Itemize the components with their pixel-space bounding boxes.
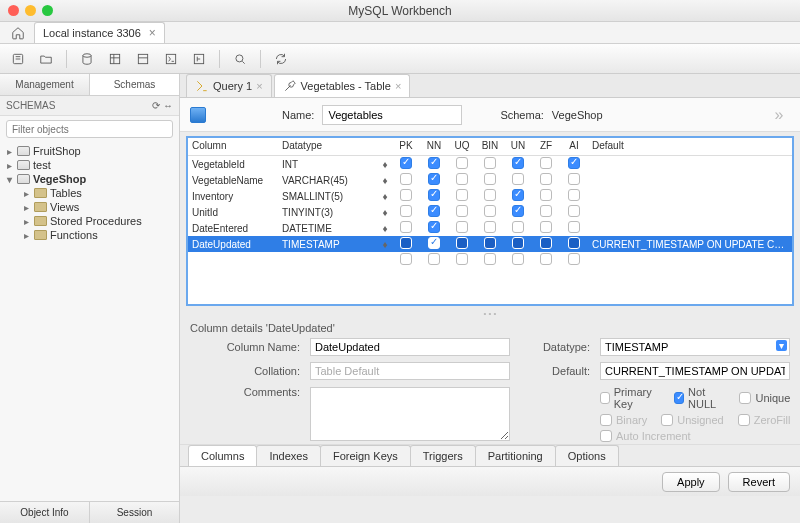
table-icon bbox=[190, 107, 206, 123]
uq-check[interactable]: Unique bbox=[739, 386, 790, 410]
colname-input[interactable] bbox=[310, 338, 510, 356]
checkbox[interactable] bbox=[428, 205, 440, 217]
tab-management[interactable]: Management bbox=[0, 74, 90, 95]
main-area: Query 1 × Vegetables - Table × Name: Sch… bbox=[180, 74, 800, 523]
checkbox[interactable] bbox=[484, 189, 496, 201]
column-row[interactable]: UnitIdTINYINT(3)♦ bbox=[188, 204, 792, 220]
checkbox[interactable] bbox=[540, 221, 552, 233]
checkbox[interactable] bbox=[400, 221, 412, 233]
comments-textarea[interactable] bbox=[310, 387, 510, 441]
checkbox[interactable] bbox=[512, 221, 524, 233]
create-table-button[interactable] bbox=[103, 48, 127, 70]
new-sql-tab-button[interactable] bbox=[6, 48, 30, 70]
close-tab-icon[interactable] bbox=[145, 26, 156, 40]
checkbox[interactable] bbox=[456, 221, 468, 233]
checkbox[interactable] bbox=[568, 221, 580, 233]
checkbox[interactable] bbox=[540, 189, 552, 201]
checkbox[interactable] bbox=[428, 189, 440, 201]
open-sql-button[interactable] bbox=[34, 48, 58, 70]
tab-session[interactable]: Session bbox=[90, 502, 179, 523]
checkbox[interactable] bbox=[512, 173, 524, 185]
checkbox[interactable] bbox=[400, 173, 412, 185]
checkbox[interactable] bbox=[568, 237, 580, 249]
checkbox[interactable] bbox=[484, 173, 496, 185]
checkbox[interactable] bbox=[540, 157, 552, 169]
app-title: MySQL Workbench bbox=[0, 4, 800, 18]
checkbox[interactable] bbox=[512, 189, 524, 201]
checkbox[interactable] bbox=[568, 205, 580, 217]
checkbox[interactable] bbox=[428, 157, 440, 169]
tab-foreign-keys[interactable]: Foreign Keys bbox=[320, 445, 411, 466]
checkbox[interactable] bbox=[484, 205, 496, 217]
column-row[interactable]: DateEnteredDATETIME♦ bbox=[188, 220, 792, 236]
checkbox[interactable] bbox=[568, 189, 580, 201]
checkbox[interactable] bbox=[400, 237, 412, 249]
tree-views[interactable]: ▸Views bbox=[0, 200, 179, 214]
close-icon[interactable]: × bbox=[395, 80, 401, 92]
checkbox[interactable] bbox=[512, 237, 524, 249]
checkbox[interactable] bbox=[400, 189, 412, 201]
tab-partitioning[interactable]: Partitioning bbox=[475, 445, 556, 466]
column-row[interactable]: VegetableIdINT♦ bbox=[188, 156, 792, 172]
datatype-select[interactable] bbox=[600, 338, 790, 356]
tab-schemas[interactable]: Schemas bbox=[90, 74, 179, 95]
tab-vegetables-table[interactable]: Vegetables - Table × bbox=[274, 74, 411, 97]
tab-indexes[interactable]: Indexes bbox=[256, 445, 321, 466]
db-vegeshop[interactable]: ▾VegeShop bbox=[0, 172, 179, 186]
create-schema-button[interactable] bbox=[75, 48, 99, 70]
checkbox[interactable] bbox=[512, 157, 524, 169]
checkbox[interactable] bbox=[512, 205, 524, 217]
default-input[interactable] bbox=[600, 362, 790, 380]
apply-button[interactable]: Apply bbox=[662, 472, 720, 492]
checkbox[interactable] bbox=[456, 173, 468, 185]
pk-check[interactable]: Primary Key bbox=[600, 386, 660, 410]
collation-select[interactable] bbox=[310, 362, 510, 380]
reconnect-button[interactable] bbox=[269, 48, 293, 70]
checkbox[interactable] bbox=[540, 173, 552, 185]
db-fruitshop[interactable]: ▸FruitShop bbox=[0, 144, 179, 158]
schema-tree: ▸FruitShop ▸test ▾VegeShop ▸Tables ▸View… bbox=[0, 142, 179, 501]
home-tab[interactable] bbox=[6, 23, 30, 43]
checkbox[interactable] bbox=[484, 157, 496, 169]
checkbox[interactable] bbox=[484, 221, 496, 233]
checkbox[interactable] bbox=[540, 237, 552, 249]
tab-options[interactable]: Options bbox=[555, 445, 619, 466]
revert-button[interactable]: Revert bbox=[728, 472, 790, 492]
checkbox[interactable] bbox=[428, 237, 440, 249]
create-routine-button[interactable] bbox=[159, 48, 183, 70]
checkbox[interactable] bbox=[428, 221, 440, 233]
checkbox[interactable] bbox=[568, 173, 580, 185]
checkbox[interactable] bbox=[456, 205, 468, 217]
checkbox[interactable] bbox=[400, 157, 412, 169]
column-row[interactable]: DateUpdatedTIMESTAMP♦CURRENT_TIMESTAMP O… bbox=[188, 236, 792, 252]
checkbox[interactable] bbox=[456, 157, 468, 169]
column-row[interactable]: VegetableNameVARCHAR(45)♦ bbox=[188, 172, 792, 188]
search-button[interactable] bbox=[228, 48, 252, 70]
expand-chevrons-icon[interactable]: » bbox=[768, 104, 790, 126]
refresh-icon[interactable]: ⟳ ↔ bbox=[152, 100, 173, 111]
column-row[interactable]: InventorySMALLINT(5)♦ bbox=[188, 188, 792, 204]
connection-tab[interactable]: Local instance 3306 bbox=[34, 22, 165, 43]
close-icon[interactable]: × bbox=[256, 80, 262, 92]
tree-tables[interactable]: ▸Tables bbox=[0, 186, 179, 200]
create-view-button[interactable] bbox=[131, 48, 155, 70]
checkbox[interactable] bbox=[568, 157, 580, 169]
create-function-button[interactable] bbox=[187, 48, 211, 70]
new-column-row[interactable] bbox=[188, 252, 792, 268]
tab-columns[interactable]: Columns bbox=[188, 445, 257, 466]
tab-triggers[interactable]: Triggers bbox=[410, 445, 476, 466]
checkbox[interactable] bbox=[428, 173, 440, 185]
tree-stored-procedures[interactable]: ▸Stored Procedures bbox=[0, 214, 179, 228]
tab-object-info[interactable]: Object Info bbox=[0, 502, 90, 523]
db-test[interactable]: ▸test bbox=[0, 158, 179, 172]
checkbox[interactable] bbox=[484, 237, 496, 249]
filter-input[interactable] bbox=[6, 120, 173, 138]
tab-query1[interactable]: Query 1 × bbox=[186, 74, 272, 97]
checkbox[interactable] bbox=[456, 237, 468, 249]
nn-check[interactable]: Not NULL bbox=[674, 386, 725, 410]
table-name-input[interactable] bbox=[322, 105, 462, 125]
checkbox[interactable] bbox=[456, 189, 468, 201]
checkbox[interactable] bbox=[540, 205, 552, 217]
tree-functions[interactable]: ▸Functions bbox=[0, 228, 179, 242]
checkbox[interactable] bbox=[400, 205, 412, 217]
